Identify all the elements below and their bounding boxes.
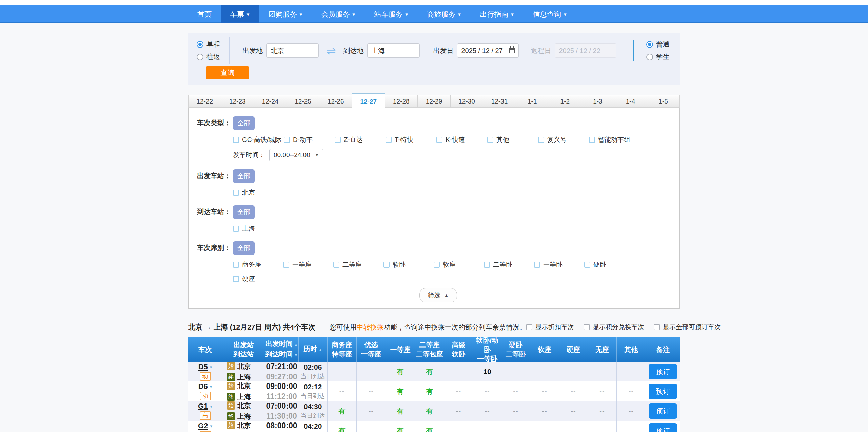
to-station-all-button[interactable]: 全部 [233, 205, 255, 219]
nav-item-商旅服务[interactable]: 商旅服务▼ [418, 5, 471, 22]
column-header-高级[interactable]: 高级软卧 [444, 337, 473, 362]
date-tab-12-23[interactable]: 12-23 [221, 95, 254, 108]
seat-cell: 有 [327, 401, 356, 421]
column-header-硬座[interactable]: 硬座 [559, 337, 588, 362]
chevron-down-icon[interactable]: ▾ [210, 384, 212, 389]
to-input[interactable] [367, 43, 420, 58]
column-header-无座[interactable]: 无座 [588, 337, 616, 362]
filter-option-显示折扣车次[interactable]: 显示折扣车次 [526, 323, 574, 332]
filter-option-上海[interactable]: 上海 [233, 224, 255, 233]
filter-option-软卧[interactable]: 软卧 [383, 260, 434, 269]
filter-option-北京[interactable]: 北京 [233, 188, 255, 197]
arrive-day-label: 当日到达 [301, 412, 325, 420]
column-header-历时[interactable]: 历时▲ [298, 337, 327, 362]
passenger-type-普通[interactable]: 普通 [646, 40, 670, 49]
sort-icon[interactable]: ▲ [294, 342, 298, 347]
nav-item-车票[interactable]: 车票▼ [221, 5, 259, 23]
column-header-软座[interactable]: 软座 [530, 337, 559, 362]
column-header-其他[interactable]: 其他 [616, 337, 646, 362]
train-code-link[interactable]: D6 [198, 382, 208, 391]
column-header-硬卧[interactable]: 硬卧二等卧 [501, 337, 530, 362]
date-tab-1-1[interactable]: 1-1 [516, 95, 549, 108]
column-header-备注[interactable]: 备注 [646, 337, 680, 362]
book-button[interactable]: 预订 [649, 364, 677, 379]
date-tab-12-30[interactable]: 12-30 [450, 95, 484, 108]
date-tab-12-25[interactable]: 12-25 [287, 95, 320, 108]
option-label: 一等座 [292, 260, 312, 269]
nav-item-会员服务[interactable]: 会员服务▼ [312, 5, 365, 22]
filter-option-软座[interactable]: 软座 [434, 260, 484, 269]
nav-item-首页[interactable]: 首页 [188, 5, 221, 22]
filter-option-一等座[interactable]: 一等座 [283, 260, 333, 269]
depart-date-input[interactable]: 2025 / 12 / 27 [457, 43, 519, 58]
seat-availability: -- [599, 388, 605, 395]
book-button[interactable]: 预订 [649, 384, 677, 399]
sort-icon[interactable]: ▼ [294, 353, 298, 357]
seat-availability: -- [571, 427, 576, 432]
train-code-link[interactable]: G2 [198, 421, 208, 430]
filter-option-显示全部可预订车次[interactable]: 显示全部可预订车次 [654, 323, 721, 332]
depart-time-select[interactable]: 00:00--24:00 ▼ [269, 149, 323, 161]
filter-option-Z-直达[interactable]: Z-直达 [335, 135, 386, 144]
transfer-link[interactable]: 中转换乘 [357, 323, 384, 331]
column-header-软卧/动卧[interactable]: 软卧/动卧一等卧 [473, 337, 501, 362]
filter-option-二等卧[interactable]: 二等卧 [484, 260, 534, 269]
date-tab-1-3[interactable]: 1-3 [581, 95, 614, 108]
collapse-filters-button[interactable]: 筛选 ▲ [419, 288, 457, 302]
query-button[interactable]: 查询 [206, 66, 249, 79]
filter-option-硬座[interactable]: 硬座 [233, 275, 283, 283]
chevron-down-icon[interactable]: ▾ [210, 424, 212, 429]
date-tab-12-27[interactable]: 12-27 [352, 93, 385, 109]
column-header-出发时间[interactable]: 出发时间▲到达时间▼ [265, 337, 298, 362]
nav-item-信息查询[interactable]: 信息查询▼ [524, 5, 576, 22]
column-header-商务座[interactable]: 商务座特等座 [327, 337, 356, 362]
filter-option-T-特快[interactable]: T-特快 [386, 135, 436, 144]
book-button[interactable]: 预订 [649, 403, 677, 419]
nav-item-站车服务[interactable]: 站车服务▼ [365, 5, 418, 22]
trip-type-单程[interactable]: 单程 [197, 40, 220, 49]
seat-availability: -- [513, 427, 518, 432]
date-tab-1-5[interactable]: 1-5 [647, 95, 680, 108]
seat-class-all-button[interactable]: 全部 [233, 241, 255, 255]
train-code-link[interactable]: G1 [198, 402, 208, 411]
passenger-type-学生[interactable]: 学生 [646, 52, 670, 61]
train-type-all-button[interactable]: 全部 [233, 116, 255, 130]
from-station-all-button[interactable]: 全部 [233, 169, 255, 183]
date-tab-12-28[interactable]: 12-28 [385, 95, 418, 108]
filter-option-显示积分兑换车次[interactable]: 显示积分兑换车次 [584, 323, 644, 332]
date-tab-12-31[interactable]: 12-31 [483, 95, 516, 108]
chevron-down-icon[interactable]: ▾ [210, 404, 212, 409]
column-header-一等座[interactable]: 一等座 [386, 337, 415, 362]
nav-item-出行指南[interactable]: 出行指南▼ [471, 5, 524, 22]
filter-option-复兴号[interactable]: 复兴号 [538, 135, 589, 144]
date-tab-12-26[interactable]: 12-26 [319, 95, 352, 108]
filter-option-二等座[interactable]: 二等座 [333, 260, 383, 269]
filter-option-K-快速[interactable]: K-快速 [436, 135, 487, 144]
column-header-出发站[interactable]: 出发站到达站 [222, 337, 265, 362]
sort-icon[interactable]: ▲ [318, 348, 322, 352]
nav-item-团购服务[interactable]: 团购服务▼ [259, 5, 312, 22]
filter-option-GC-高铁/城际[interactable]: GC-高铁/城际 [233, 135, 284, 144]
option-label: 二等座 [342, 260, 362, 269]
date-tab-12-24[interactable]: 12-24 [254, 95, 287, 108]
filter-option-一等卧[interactable]: 一等卧 [534, 260, 584, 269]
date-tab-1-2[interactable]: 1-2 [549, 95, 582, 108]
filter-option-D-动车[interactable]: D-动车 [284, 135, 335, 144]
swap-stations-icon[interactable]: ⇌ [326, 45, 336, 56]
filter-option-商务座[interactable]: 商务座 [233, 260, 283, 269]
chevron-down-icon[interactable]: ▾ [210, 364, 212, 370]
from-input[interactable] [266, 43, 319, 58]
date-tab-12-22[interactable]: 12-22 [188, 95, 221, 108]
column-header-二等座[interactable]: 二等座二等包座 [415, 337, 444, 362]
filter-option-硬卧[interactable]: 硬卧 [584, 260, 679, 269]
filter-panel: 车次类型： 全部 GC-高铁/城际D-动车Z-直达T-特快K-快速其他复兴号智能… [188, 107, 680, 309]
column-header-车次[interactable]: 车次 [188, 337, 222, 362]
trip-type-往返[interactable]: 往返 [197, 52, 220, 61]
column-header-优选[interactable]: 优选一等座 [356, 337, 386, 362]
date-tab-12-29[interactable]: 12-29 [417, 95, 451, 108]
filter-option-其他[interactable]: 其他 [487, 135, 538, 144]
book-button[interactable]: 预订 [649, 423, 677, 432]
date-tab-1-4[interactable]: 1-4 [614, 95, 647, 108]
train-code-link[interactable]: D5 [198, 362, 208, 371]
filter-option-智能动车组[interactable]: 智能动车组 [589, 135, 679, 144]
